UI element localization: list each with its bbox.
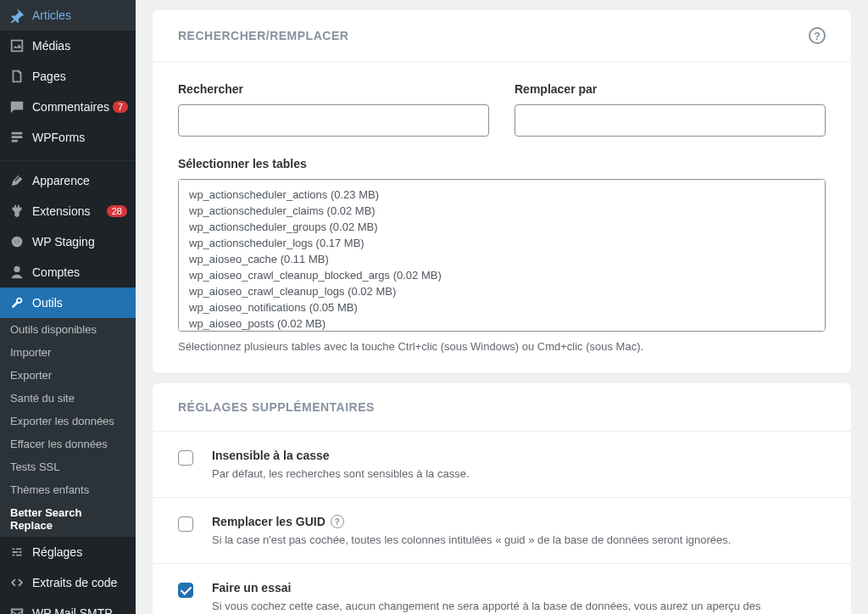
- sidebar-item-label: Pages: [32, 70, 127, 83]
- sidebar-item-wp-mail-smtp[interactable]: WP Mail SMTP: [0, 598, 136, 614]
- checkbox[interactable]: [178, 583, 193, 598]
- sidebar-item-outils[interactable]: Outils: [0, 287, 136, 318]
- table-option[interactable]: wp_actionscheduler_actions (0.23 MB): [179, 187, 825, 203]
- sidebar-item-label: Outils: [32, 296, 127, 310]
- menu-separator: [0, 157, 136, 161]
- submenu-item-thèmes-enfants[interactable]: Thèmes enfants: [0, 478, 136, 501]
- sidebar-item-label: WP Staging: [32, 235, 127, 248]
- table-option[interactable]: wp_actionscheduler_logs (0.17 MB): [179, 235, 825, 251]
- tables-select[interactable]: wp_actionscheduler_actions (0.23 MB)wp_a…: [178, 179, 826, 332]
- table-option[interactable]: wp_aioseo_notifications (0.05 MB): [179, 299, 825, 315]
- checkbox-wrap: [178, 449, 212, 468]
- replace-label: Remplacer par: [515, 82, 826, 96]
- settings-icon: [8, 544, 25, 561]
- page-icon: [8, 68, 25, 85]
- table-option[interactable]: wp_aioseo_cache (0.11 MB): [179, 251, 825, 267]
- card-title: RECHERCHER/REMPLACER: [178, 29, 348, 42]
- tables-group: Sélectionner les tables wp_actionschedul…: [178, 157, 826, 353]
- help-icon[interactable]: ?: [331, 515, 344, 528]
- menu-badge: 28: [107, 205, 127, 217]
- user-icon: [8, 264, 25, 281]
- setting-row: Insensible à la cassePar défaut, les rec…: [153, 432, 851, 497]
- setting-row: Remplacer les GUID?Si la case n'est pas …: [153, 497, 851, 563]
- setting-content: Insensible à la cassePar défaut, les rec…: [212, 449, 826, 480]
- form-row: Rechercher Remplacer par: [178, 82, 826, 137]
- submenu-item-exporter[interactable]: Exporter: [0, 364, 136, 387]
- sidebar-item-label: Extensions: [32, 204, 103, 218]
- checkbox-wrap: [178, 581, 212, 600]
- menu-badge: 7: [113, 101, 128, 113]
- sidebar-item-extraits-de-code[interactable]: Extraits de code: [0, 567, 136, 598]
- setting-desc: Si la case n'est pas cochée, toutes les …: [212, 533, 826, 546]
- card-body: Rechercher Remplacer par Sélectionner le…: [153, 62, 851, 373]
- sidebar-item-commentaires[interactable]: Commentaires7: [0, 92, 136, 122]
- card-header: RECHERCHER/REMPLACER ?: [153, 10, 851, 62]
- sidebar-item-label: Extraits de code: [32, 576, 127, 589]
- sidebar-item-label: Articles: [32, 8, 127, 22]
- sidebar-item-label: Médias: [32, 39, 127, 53]
- sidebar-item-réglages[interactable]: Réglages: [0, 537, 136, 567]
- setting-content: Remplacer les GUID?Si la case n'est pas …: [212, 515, 826, 546]
- table-option[interactable]: wp_actionscheduler_groups (0.02 MB): [179, 219, 825, 235]
- submenu-item-exporter-les-données[interactable]: Exporter les données: [0, 410, 136, 433]
- main-content: RECHERCHER/REMPLACER ? Rechercher Rempla…: [136, 0, 868, 614]
- sidebar-item-comptes[interactable]: Comptes: [0, 257, 136, 287]
- replace-group: Remplacer par: [515, 82, 826, 137]
- table-option[interactable]: wp_aioseo_posts (0.02 MB): [179, 315, 825, 332]
- search-group: Rechercher: [178, 82, 489, 137]
- submenu-item-better-search-replace[interactable]: Better Search Replace: [0, 501, 136, 537]
- setting-row: Faire un essaiSi vous cochez cette case,…: [153, 563, 851, 614]
- search-replace-card: RECHERCHER/REMPLACER ? Rechercher Rempla…: [153, 10, 851, 373]
- setting-desc: Si vous cochez cette case, aucun changem…: [212, 600, 826, 614]
- staging-icon: [8, 233, 25, 250]
- search-input[interactable]: [178, 104, 489, 137]
- setting-title: Remplacer les GUID?: [212, 515, 826, 528]
- comment-icon: [8, 98, 25, 115]
- additional-settings-card: RÉGLAGES SUPPLÉMENTAIRES Insensible à la…: [153, 383, 851, 614]
- submenu-item-santé-du-site[interactable]: Santé du site: [0, 387, 136, 410]
- sidebar-item-wp-staging[interactable]: WP Staging: [0, 226, 136, 257]
- checkbox[interactable]: [178, 516, 193, 532]
- setting-content: Faire un essaiSi vous cochez cette case,…: [212, 581, 826, 614]
- sidebar-item-label: WPForms: [32, 131, 127, 144]
- table-option[interactable]: wp_aioseo_crawl_cleanup_blocked_args (0.…: [179, 267, 825, 283]
- setting-desc: Par défaut, les recherches sont sensible…: [212, 467, 826, 480]
- tables-label: Sélectionner les tables: [178, 157, 826, 170]
- setting-title: Insensible à la casse: [212, 449, 826, 462]
- help-icon[interactable]: ?: [809, 27, 826, 44]
- sidebar-item-label: WP Mail SMTP: [32, 606, 127, 614]
- form-icon: [8, 129, 25, 146]
- sidebar-item-apparence[interactable]: Apparence: [0, 165, 136, 196]
- sidebar-item-wpforms[interactable]: WPForms: [0, 122, 136, 153]
- tools-icon: [8, 294, 25, 311]
- submenu-item-effacer-les-données[interactable]: Effacer les données: [0, 433, 136, 455]
- mail-icon: [8, 605, 25, 614]
- sidebar-item-articles[interactable]: Articles: [0, 0, 136, 31]
- checkbox[interactable]: [178, 450, 193, 466]
- media-icon: [8, 37, 25, 54]
- sidebar-item-label: Apparence: [32, 174, 127, 187]
- replace-input[interactable]: [515, 104, 826, 137]
- plugin-icon: [8, 203, 25, 220]
- appearance-icon: [8, 172, 25, 189]
- submenu-item-tests-ssl[interactable]: Tests SSL: [0, 455, 136, 478]
- sidebar-item-extensions[interactable]: Extensions28: [0, 196, 136, 226]
- code-icon: [8, 574, 25, 591]
- admin-sidebar: ArticlesMédiasPagesCommentaires7WPForms …: [0, 0, 136, 614]
- checkbox-wrap: [178, 515, 212, 534]
- settings-list: Insensible à la cassePar défaut, les rec…: [153, 432, 851, 614]
- search-label: Rechercher: [178, 82, 489, 96]
- tables-hint: Sélectionnez plusieurs tables avec la to…: [178, 340, 826, 353]
- card-title: RÉGLAGES SUPPLÉMENTAIRES: [178, 400, 375, 414]
- submenu-item-outils-disponibles[interactable]: Outils disponibles: [0, 318, 136, 341]
- submenu-item-importer[interactable]: Importer: [0, 341, 136, 364]
- pin-icon: [8, 7, 25, 24]
- sidebar-item-médias[interactable]: Médias: [0, 31, 136, 61]
- sidebar-item-pages[interactable]: Pages: [0, 61, 136, 92]
- table-option[interactable]: wp_aioseo_crawl_cleanup_logs (0.02 MB): [179, 283, 825, 299]
- setting-title: Faire un essai: [212, 581, 826, 594]
- card-header: RÉGLAGES SUPPLÉMENTAIRES: [153, 383, 851, 432]
- sidebar-item-label: Comptes: [32, 265, 127, 279]
- table-option[interactable]: wp_actionscheduler_claims (0.02 MB): [179, 203, 825, 219]
- sidebar-item-label: Commentaires: [32, 100, 109, 114]
